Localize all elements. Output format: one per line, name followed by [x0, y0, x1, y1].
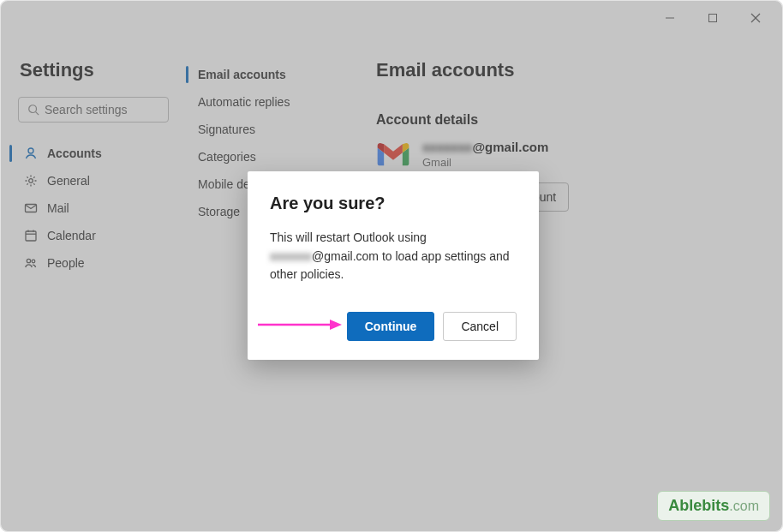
confirm-dialog: Are you sure? This will restart Outlook …	[248, 171, 539, 360]
dialog-actions: Continue Cancel	[270, 312, 517, 341]
dialog-body: This will restart Outlook using xxxxxxx@…	[270, 229, 517, 284]
watermark-suffix: .com	[729, 499, 759, 513]
continue-button[interactable]: Continue	[347, 312, 435, 341]
dialog-title: Are you sure?	[270, 194, 517, 213]
dialog-body-hidden: xxxxxxx	[270, 249, 312, 263]
cancel-button[interactable]: Cancel	[443, 312, 517, 341]
dialog-body-pre: This will restart Outlook using	[270, 230, 427, 244]
watermark-brand: Ablebits	[668, 497, 729, 514]
settings-window: Settings Search settings Accounts Genera…	[0, 0, 783, 532]
watermark: Ablebits.com	[657, 491, 770, 521]
